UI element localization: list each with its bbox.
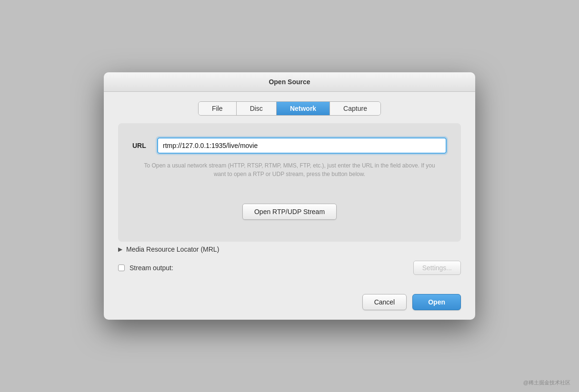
open-rtp-button[interactable]: Open RTP/UDP Stream [242,204,337,220]
cancel-button[interactable]: Cancel [362,294,407,310]
hint-text: To Open a usual network stream (HTTP, RT… [132,161,447,178]
tab-group: File Disc Network Capture [198,101,381,116]
spacer [132,186,447,188]
url-input[interactable] [157,137,447,154]
open-rtp-row: Open RTP/UDP Stream [132,196,447,227]
tab-disc[interactable]: Disc [237,102,277,115]
tabs-row: File Disc Network Capture [118,101,461,116]
stream-output-label: Stream output: [130,264,173,272]
tab-capture[interactable]: Capture [330,102,380,115]
url-label: URL [132,142,151,149]
open-source-dialog: Open Source File Disc Network Capture UR… [104,72,475,320]
stream-output-row: Stream output: Settings... [118,257,461,279]
dialog-body: File Disc Network Capture URL To Open a … [104,92,475,288]
tab-network[interactable]: Network [277,102,330,115]
dialog-title: Open Source [104,72,475,92]
dialog-footer: Cancel Open [104,288,475,320]
mrl-label: Media Resource Locator (MRL) [126,245,219,253]
tab-file[interactable]: File [199,102,237,115]
url-row: URL [132,137,447,154]
mrl-row[interactable]: ▶ Media Resource Locator (MRL) [118,242,461,257]
stream-output-checkbox[interactable] [118,265,125,271]
open-button[interactable]: Open [412,294,461,310]
network-panel: URL To Open a usual network stream (HTTP… [118,123,461,242]
settings-button[interactable]: Settings... [413,261,461,275]
watermark: @稀土掘金技术社区 [523,379,570,386]
mrl-arrow-icon: ▶ [118,246,122,253]
